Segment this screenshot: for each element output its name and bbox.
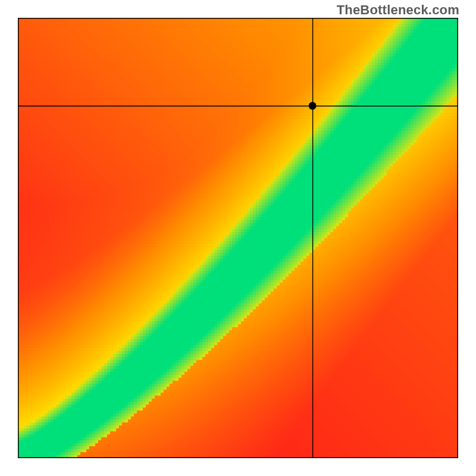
heatmap-plot xyxy=(18,18,458,458)
heatmap-canvas xyxy=(18,18,458,458)
watermark-text: TheBottleneck.com xyxy=(337,2,459,18)
